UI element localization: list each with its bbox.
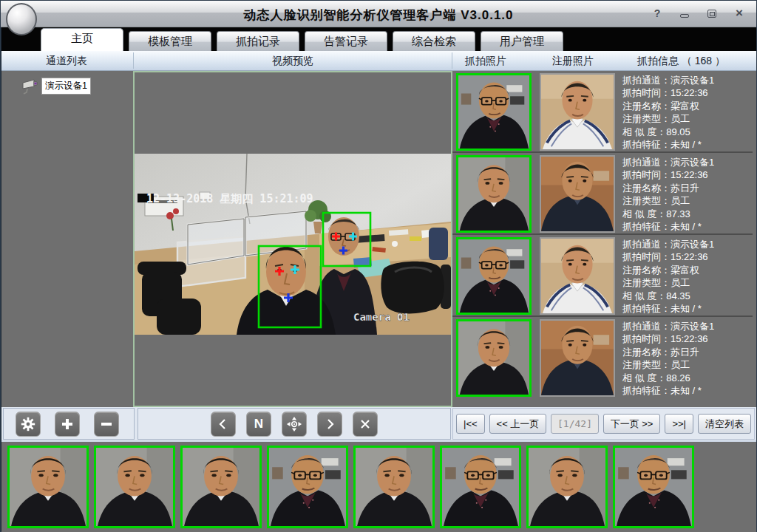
- help-button[interactable]: ?: [651, 7, 664, 19]
- capture-row: 抓拍通道：演示设备1 抓拍时间：15:22:36 注册名称：苏日升 注册类型：员…: [452, 317, 753, 399]
- info-type: 注册类型：员工: [622, 276, 753, 289]
- stop-video-button[interactable]: [353, 412, 378, 437]
- window-title: 动态人脸识别智能分析仪管理客户端 V3.0.1.0: [1, 7, 756, 24]
- capture-info: 抓拍通道：演示设备1 抓拍时间：15:22:36 注册名称：梁富权 注册类型：员…: [622, 74, 753, 151]
- info-channel: 抓拍通道：演示设备1: [622, 238, 753, 250]
- video-preview-header: 视频预览: [272, 55, 313, 68]
- timestamp-overlay: 12-13-2018 星期四 15:21:09: [146, 192, 313, 205]
- face-thumbnail[interactable]: [353, 446, 435, 528]
- face-thumbnail[interactable]: [440, 446, 521, 528]
- tab-template-mgmt[interactable]: 模板管理: [129, 31, 211, 51]
- channel-toolbar: [3, 408, 135, 440]
- bottom-strip: [1, 440, 756, 532]
- tab-user-mgmt[interactable]: 用户管理: [481, 31, 563, 51]
- maximize-button[interactable]: [705, 7, 719, 19]
- info-channel: 抓拍通道：演示设备1: [622, 74, 753, 86]
- register-photo[interactable]: [540, 155, 615, 233]
- normal-mode-button[interactable]: N: [246, 412, 271, 437]
- info-similarity: 相 似 度：88.26: [622, 372, 753, 384]
- info-channel: 抓拍通道：演示设备1: [622, 320, 753, 332]
- info-name: 注册名称：梁富权: [622, 264, 753, 276]
- info-time: 抓拍时间：15:22:36: [622, 332, 753, 345]
- next-page-button[interactable]: 下一页 >>: [603, 414, 661, 434]
- app-logo: [6, 3, 37, 35]
- capture-info: 抓拍通道：演示设备1 抓拍时间：15:22:36 注册名称：梁富权 注册类型：员…: [622, 238, 753, 315]
- face-thumbnail[interactable]: [267, 446, 348, 528]
- capture-rows: 抓拍通道：演示设备1 抓拍时间：15:22:36 注册名称：梁富权 注册类型：员…: [452, 71, 753, 407]
- capture-info: 抓拍通道：演示设备1 抓拍时间：15:22:36 注册名称：苏日升 注册类型：员…: [622, 156, 753, 233]
- clear-list-button[interactable]: 清空列表: [698, 414, 751, 434]
- info-time: 抓拍时间：15:22:36: [622, 168, 753, 181]
- app-window: 动态人脸识别智能分析仪管理客户端 V3.0.1.0 ? × 主页 模板管理 抓拍…: [0, 0, 757, 532]
- maximize-icon: [707, 10, 716, 18]
- info-feature: 抓拍特征：未知 / *: [622, 302, 753, 315]
- info-feature: 抓拍特征：未知 / *: [622, 384, 753, 397]
- capture-photo[interactable]: [456, 155, 532, 233]
- register-photo[interactable]: [540, 319, 615, 397]
- prev-channel-button[interactable]: [211, 412, 236, 437]
- gear-icon: [20, 416, 36, 432]
- info-feature: 抓拍特征：未知 / *: [622, 220, 753, 233]
- add-channel-button[interactable]: [55, 412, 80, 437]
- video-frame: 12-13-2018 星期四 15:21:09 Camera 01: [135, 154, 451, 335]
- next-channel-button[interactable]: [317, 412, 342, 437]
- prev-page-button[interactable]: << 上一页: [489, 414, 547, 434]
- info-name: 注册名称：梁富权: [622, 100, 753, 112]
- capture-row: 抓拍通道：演示设备1 抓拍时间：15:22:36 注册名称：梁富权 注册类型：员…: [452, 71, 753, 153]
- capture-info-header: 抓拍信息 （ 168 ）: [637, 55, 725, 68]
- page-indicator: [1/42]: [551, 414, 598, 434]
- face-thumbnail[interactable]: [7, 446, 89, 528]
- info-similarity: 相 似 度：87.33: [622, 208, 753, 220]
- face-thumbnail[interactable]: [94, 446, 175, 528]
- info-type: 注册类型：员工: [622, 358, 753, 371]
- info-time: 抓拍时间：15:22:36: [622, 250, 753, 263]
- channel-list-header: 通道列表: [46, 55, 87, 68]
- main-area: 演示设备1: [1, 71, 756, 407]
- tab-search[interactable]: 综合检索: [393, 31, 475, 51]
- info-similarity: 相 似 度：89.05: [622, 126, 753, 138]
- capture-info: 抓拍通道：演示设备1 抓拍时间：15:22:36 注册名称：苏日升 注册类型：员…: [622, 320, 753, 397]
- toolbar-row: N: [1, 407, 756, 440]
- face-thumbnail[interactable]: [180, 446, 262, 528]
- video-preview-panel[interactable]: 12-13-2018 星期四 15:21:09 Camera 01: [133, 71, 452, 407]
- capture-photo[interactable]: [456, 319, 532, 397]
- settings-button[interactable]: [16, 412, 41, 437]
- first-page-button[interactable]: |<<: [456, 414, 485, 434]
- info-time: 抓拍时间：15:22:36: [622, 86, 753, 99]
- face-thumbnail[interactable]: [526, 446, 608, 528]
- tab-capture-records[interactable]: 抓拍记录: [217, 31, 299, 51]
- register-photo[interactable]: [540, 73, 615, 151]
- x-icon: [359, 417, 372, 431]
- info-type: 注册类型：员工: [622, 194, 753, 207]
- last-page-button[interactable]: >>|: [665, 414, 693, 434]
- close-button[interactable]: ×: [733, 7, 746, 19]
- title-bar: 动态人脸识别智能分析仪管理客户端 V3.0.1.0 ? ×: [1, 1, 756, 27]
- remove-channel-button[interactable]: [94, 412, 119, 437]
- capture-row: 抓拍通道：演示设备1 抓拍时间：15:22:36 注册名称：苏日升 注册类型：员…: [452, 153, 753, 235]
- capture-photo[interactable]: [456, 73, 532, 151]
- info-name: 注册名称：苏日升: [622, 182, 753, 194]
- channel-item-demo-device[interactable]: 演示设备1: [21, 78, 91, 95]
- capture-photo[interactable]: [456, 237, 532, 315]
- info-name: 注册名称：苏日升: [622, 346, 753, 358]
- plus-icon: [60, 417, 75, 432]
- pan-tilt-icon: [286, 416, 302, 432]
- pagination-bar: |<< << 上一页 [1/42] 下一页 >> >>| 清空列表: [452, 408, 755, 440]
- ptz-control-button[interactable]: [282, 412, 307, 437]
- channel-list-panel: 演示设备1: [1, 71, 133, 407]
- capture-photo-header: 抓拍照片: [465, 55, 506, 68]
- tab-alarm-records[interactable]: 告警记录: [305, 31, 387, 51]
- info-similarity: 相 似 度：84.35: [622, 290, 753, 302]
- face-thumbnail[interactable]: [613, 446, 694, 528]
- video-toolbar: N: [138, 408, 451, 440]
- camera-label-overlay: Camera 01: [353, 311, 410, 323]
- tab-home[interactable]: 主页: [41, 28, 123, 51]
- tab-bar: 主页 模板管理 抓拍记录 告警记录 综合检索 用户管理: [1, 27, 756, 51]
- minimize-button[interactable]: [678, 7, 691, 19]
- info-feature: 抓拍特征：未知 / *: [622, 138, 753, 151]
- register-photo[interactable]: [540, 237, 615, 315]
- channel-item-label: 演示设备1: [41, 78, 91, 95]
- info-channel: 抓拍通道：演示设备1: [622, 156, 753, 168]
- panel-header-bar: 通道列表 视频预览 抓拍照片 注册照片 抓拍信息 （ 168 ）: [1, 51, 756, 71]
- info-type: 注册类型：员工: [622, 112, 753, 125]
